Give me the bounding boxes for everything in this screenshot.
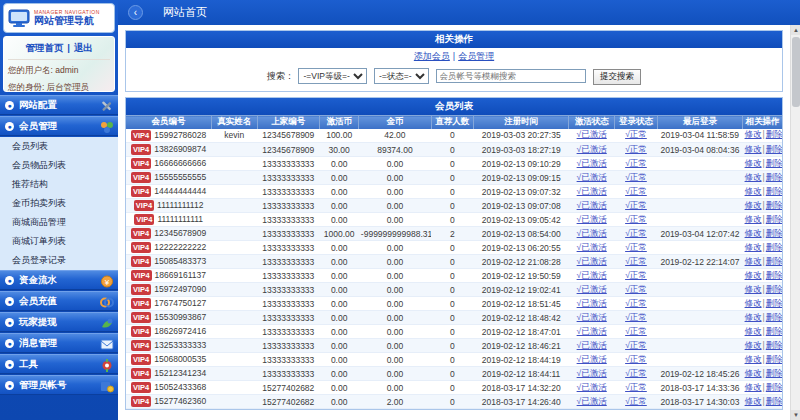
activation-status-link[interactable]: √已激活 [577, 186, 607, 196]
activation-status-link[interactable]: √已激活 [577, 129, 607, 139]
search-input[interactable] [436, 69, 586, 83]
edit-link[interactable]: 修改 [745, 158, 762, 168]
status-select[interactable]: -=状态=- [374, 68, 429, 84]
edit-link[interactable]: 修改 [745, 284, 762, 294]
delete-link[interactable]: 删除 [766, 214, 782, 224]
activation-status-link[interactable]: √已激活 [577, 396, 607, 406]
login-status-link[interactable]: √正常 [625, 396, 647, 406]
sidebar-item-7[interactable]: ●管理员帐号 [0, 375, 118, 395]
edit-link[interactable]: 修改 [745, 200, 762, 210]
submenu-item[interactable]: 商城商品管理 [0, 213, 118, 232]
login-status-link[interactable]: √正常 [625, 270, 647, 280]
member-manage-link[interactable]: 会员管理 [458, 51, 494, 61]
edit-link[interactable]: 修改 [745, 340, 762, 350]
edit-link[interactable]: 修改 [745, 326, 762, 336]
add-member-link[interactable]: 添加会员 [414, 51, 450, 61]
activation-status-link[interactable]: √已激活 [577, 340, 607, 350]
login-status-link[interactable]: √正常 [625, 368, 647, 378]
edit-link[interactable]: 修改 [745, 270, 762, 280]
login-status-link[interactable]: √正常 [625, 382, 647, 392]
delete-link[interactable]: 删除 [766, 228, 782, 238]
delete-link[interactable]: 删除 [766, 326, 782, 336]
delete-link[interactable]: 删除 [766, 298, 782, 308]
activation-status-link[interactable]: √已激活 [577, 270, 607, 280]
login-status-link[interactable]: √正常 [625, 298, 647, 308]
delete-link[interactable]: 删除 [766, 368, 782, 378]
edit-link[interactable]: 修改 [745, 354, 762, 364]
delete-link[interactable]: 删除 [766, 284, 782, 294]
login-status-link[interactable]: √正常 [625, 214, 647, 224]
edit-link[interactable]: 修改 [745, 298, 762, 308]
delete-link[interactable]: 删除 [766, 312, 782, 322]
sidebar-item-0[interactable]: ●网站配置 [0, 95, 118, 115]
delete-link[interactable]: 删除 [766, 382, 782, 392]
login-status-link[interactable]: √正常 [625, 354, 647, 364]
edit-link[interactable]: 修改 [745, 256, 762, 266]
edit-link[interactable]: 修改 [745, 186, 762, 196]
activation-status-link[interactable]: √已激活 [577, 354, 607, 364]
edit-link[interactable]: 修改 [745, 214, 762, 224]
delete-link[interactable]: 删除 [766, 242, 782, 252]
logout-link[interactable]: 退出 [74, 42, 93, 53]
sidebar-item-1[interactable]: ●会员管理 [0, 116, 118, 136]
activation-status-link[interactable]: √已激活 [577, 144, 607, 154]
delete-link[interactable]: 删除 [766, 129, 782, 139]
edit-link[interactable]: 修改 [745, 129, 762, 139]
activation-status-link[interactable]: √已激活 [577, 298, 607, 308]
vertical-scrollbar[interactable]: ▲ ▼ [790, 25, 800, 420]
sidebar-item-2[interactable]: ●资金流水¥ [0, 270, 118, 290]
login-status-link[interactable]: √正常 [625, 326, 647, 336]
activation-status-link[interactable]: √已激活 [577, 214, 607, 224]
delete-link[interactable]: 删除 [766, 200, 782, 210]
delete-link[interactable]: 删除 [766, 396, 782, 406]
submenu-item[interactable]: 会员列表 [0, 137, 118, 156]
scroll-up-icon[interactable]: ▲ [791, 25, 800, 35]
edit-link[interactable]: 修改 [745, 312, 762, 322]
edit-link[interactable]: 修改 [745, 172, 762, 182]
edit-link[interactable]: 修改 [745, 396, 762, 406]
sidebar-item-6[interactable]: ●工具 [0, 354, 118, 374]
activation-status-link[interactable]: √已激活 [577, 228, 607, 238]
delete-link[interactable]: 删除 [766, 354, 782, 364]
sidebar-item-4[interactable]: ●玩家提现 [0, 312, 118, 332]
activation-status-link[interactable]: √已激活 [577, 326, 607, 336]
activation-status-link[interactable]: √已激活 [577, 312, 607, 322]
sidebar-item-3[interactable]: ●会员充值 [0, 291, 118, 311]
login-status-link[interactable]: √正常 [625, 312, 647, 322]
submit-search-button[interactable]: 提交搜索 [593, 69, 641, 85]
delete-link[interactable]: 删除 [766, 256, 782, 266]
activation-status-link[interactable]: √已激活 [577, 256, 607, 266]
submenu-item[interactable]: 金币拍卖列表 [0, 194, 118, 213]
delete-link[interactable]: 删除 [766, 144, 782, 154]
activation-status-link[interactable]: √已激活 [577, 284, 607, 294]
activation-status-link[interactable]: √已激活 [577, 382, 607, 392]
activation-status-link[interactable]: √已激活 [577, 200, 607, 210]
edit-link[interactable]: 修改 [745, 144, 762, 154]
delete-link[interactable]: 删除 [766, 158, 782, 168]
login-status-link[interactable]: √正常 [625, 340, 647, 350]
scrollbar-thumb[interactable] [792, 37, 800, 107]
activation-status-link[interactable]: √已激活 [577, 158, 607, 168]
activation-status-link[interactable]: √已激活 [577, 172, 607, 182]
submenu-item[interactable]: 推荐结构 [0, 175, 118, 194]
back-button[interactable]: ‹ [128, 5, 143, 20]
activation-status-link[interactable]: √已激活 [577, 368, 607, 378]
submenu-item[interactable]: 商城订单列表 [0, 232, 118, 251]
edit-link[interactable]: 修改 [745, 228, 762, 238]
login-status-link[interactable]: √正常 [625, 256, 647, 266]
login-status-link[interactable]: √正常 [625, 242, 647, 252]
login-status-link[interactable]: √正常 [625, 228, 647, 238]
delete-link[interactable]: 删除 [766, 186, 782, 196]
submenu-item[interactable]: 会员物品列表 [0, 156, 118, 175]
login-status-link[interactable]: √正常 [625, 172, 647, 182]
delete-link[interactable]: 删除 [766, 172, 782, 182]
delete-link[interactable]: 删除 [766, 270, 782, 280]
edit-link[interactable]: 修改 [745, 368, 762, 378]
login-status-link[interactable]: √正常 [625, 144, 647, 154]
sidebar-item-5[interactable]: ●消息管理 [0, 333, 118, 353]
admin-home-link[interactable]: 管理首页 [25, 42, 63, 53]
login-status-link[interactable]: √正常 [625, 186, 647, 196]
scroll-down-icon[interactable]: ▼ [791, 410, 800, 420]
delete-link[interactable]: 删除 [766, 340, 782, 350]
activation-status-link[interactable]: √已激活 [577, 242, 607, 252]
